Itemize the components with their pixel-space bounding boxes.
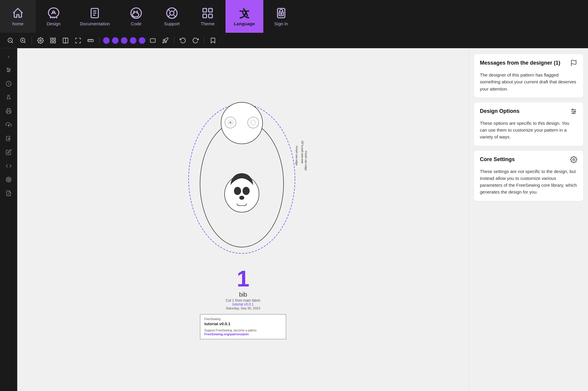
circle-icon (6, 81, 12, 87)
svg-text:Finish raw edge: Finish raw edge (295, 146, 298, 165)
sidebar-icon-target[interactable] (0, 174, 17, 186)
printer-icon (6, 108, 12, 114)
messages-card[interactable]: Messages from the designer (1) The desig… (474, 54, 583, 98)
core-settings-card-title: Core Settings (480, 156, 567, 163)
svg-line-11 (174, 15, 175, 17)
messages-card-header: Messages from the designer (1) (480, 60, 577, 68)
layout-icon (62, 37, 69, 44)
redo-icon (192, 37, 199, 44)
zoom-out-button[interactable] (5, 35, 16, 46)
sidebar-icon-download[interactable] (0, 133, 17, 144)
pattern-info-brand: FreeSewing (204, 317, 282, 321)
nav-label-language: Language (234, 21, 255, 26)
ruler-icon (87, 37, 94, 44)
core-settings-gear-icon (570, 156, 577, 165)
grid-icon (50, 37, 56, 44)
color-dot-3[interactable] (121, 37, 127, 44)
nav-label-support: Support (164, 21, 180, 26)
right-panel: Messages from the designer (1) The desig… (469, 48, 588, 391)
pattern-info-box: FreeSewing tutorial v0.0.1 Support FreeS… (200, 314, 286, 339)
sidebar-icon-beaker[interactable] (0, 91, 17, 103)
undo-button[interactable] (177, 35, 189, 46)
ruler-button[interactable] (85, 35, 96, 46)
code-github-icon (130, 7, 142, 19)
sidebar-icon-printer[interactable] (0, 105, 17, 117)
zoom-in-button[interactable] (17, 35, 29, 46)
core-settings-card-header: Core Settings (480, 156, 577, 165)
pattern-cut: Cut 1 from main fabric (225, 298, 260, 302)
window-icon (150, 37, 156, 44)
svg-rect-32 (54, 41, 55, 43)
color-dot-1[interactable] (103, 37, 110, 44)
nav-item-signin[interactable]: Sign in (263, 0, 299, 33)
cloud-upload-icon (6, 122, 12, 128)
fullscreen-button[interactable] (72, 35, 84, 46)
svg-rect-40 (150, 38, 155, 42)
svg-point-80 (572, 109, 573, 110)
design-options-card[interactable]: Design Options These options are specifi… (474, 102, 583, 146)
sidebar-icon-edit[interactable] (0, 146, 17, 158)
svg-line-25 (24, 42, 25, 43)
svg-rect-14 (203, 14, 206, 18)
svg-point-44 (7, 68, 8, 69)
sidebar-icon-sliders[interactable] (0, 64, 17, 76)
core-settings-card[interactable]: Core Settings These settings are not spe… (474, 151, 583, 201)
divider-4 (204, 36, 204, 45)
layout-button[interactable] (60, 35, 71, 46)
edit-icon (6, 149, 12, 155)
svg-point-46 (7, 71, 8, 72)
redo-button[interactable] (190, 35, 201, 46)
svg-line-9 (174, 9, 175, 11)
target-icon (6, 177, 12, 183)
bookmark-button[interactable] (207, 35, 219, 46)
nav-item-design[interactable]: Design (36, 0, 71, 33)
undo-icon (180, 37, 186, 44)
nav-label-home: home (12, 21, 24, 26)
language-icon: 文 A (238, 7, 251, 19)
window-button[interactable] (147, 35, 158, 46)
zoom-in-icon (20, 37, 26, 44)
color-dot-4[interactable] (130, 37, 136, 44)
messages-card-title: Messages from the designer (1) (480, 60, 567, 66)
pattern-info-link[interactable]: FreeSewing.org/patrons/join (204, 332, 282, 336)
sidebar-icon-circle[interactable] (0, 78, 17, 90)
design-options-card-text: These options are specific to this desig… (480, 120, 577, 141)
main-content: › (0, 48, 588, 391)
design-icon (47, 7, 60, 19)
rocket-icon (162, 37, 169, 44)
rocket-button[interactable] (160, 35, 171, 46)
sidebar-toggle[interactable]: › (0, 51, 17, 62)
svg-point-81 (574, 111, 575, 112)
svg-point-54 (7, 178, 10, 181)
canvas-area: Finish raw edge бб⁰а раб ним ким Finish … (17, 48, 469, 391)
nav-item-documentation[interactable]: Documentation (71, 0, 118, 33)
svg-rect-29 (51, 38, 52, 40)
svg-rect-31 (51, 41, 52, 43)
sidebar-icon-code[interactable] (0, 160, 17, 172)
home-icon (12, 7, 24, 19)
svg-rect-49 (7, 112, 10, 114)
svg-point-82 (573, 113, 574, 114)
nav-item-home[interactable]: home (0, 0, 36, 33)
download-icon (6, 135, 12, 141)
nav-item-language[interactable]: 文 A Language (225, 0, 263, 33)
nav-item-theme[interactable]: Theme (190, 0, 225, 33)
nav-item-code[interactable]: Code (118, 0, 154, 33)
pattern-version: tutorial v0.0.1 (232, 302, 253, 306)
color-dot-2[interactable] (112, 37, 119, 44)
svg-text:бб⁰а раб ним ким: бб⁰а раб ним ким (301, 141, 304, 163)
color-dot-5[interactable] (139, 37, 145, 44)
svg-point-55 (8, 179, 9, 180)
grid-button[interactable] (47, 35, 59, 46)
nav-label-signin: Sign in (274, 21, 288, 26)
sliders-icon (6, 67, 12, 73)
svg-point-45 (9, 69, 10, 70)
svg-rect-13 (209, 8, 212, 12)
svg-line-8 (168, 9, 169, 11)
nav-item-support[interactable]: Support (154, 0, 190, 33)
pattern-svg: Finish raw edge бб⁰а раб ним ким Finish … (177, 100, 309, 265)
sidebar-icon-cloud-upload[interactable] (0, 119, 17, 131)
settings-button[interactable] (35, 35, 46, 46)
sidebar-icon-document[interactable] (0, 187, 17, 199)
divider-3 (174, 36, 174, 45)
